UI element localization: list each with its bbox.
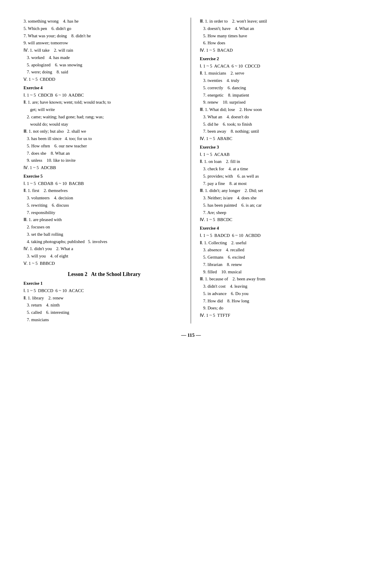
ex5-ii-4: 7. responsibility: [24, 209, 185, 216]
ex1-ii-4: 7. musicians: [24, 316, 185, 324]
ex2-ii-3: 5. correctly 6. dancing: [200, 84, 358, 92]
exercise5-title: Exercise 5: [24, 173, 185, 180]
exercise3-title: Exercise 3: [200, 144, 358, 151]
ex1-i: Ⅰ. 1 ~ 5 DBCCD 6 ~ 10 ACACC: [24, 287, 185, 294]
right-iii-4: 6. How does: [200, 39, 358, 47]
ex5-ii-1: Ⅱ. 1. first 2. themselves: [24, 187, 185, 194]
right-column: Ⅲ. 1. in order to 2. won't leave; until …: [191, 18, 358, 324]
ex2-iii-3: 5. did he 6. took; to finish: [200, 121, 358, 128]
ex4-iii-1: Ⅲ. 1. not only; but also 2. shall we: [24, 128, 185, 135]
ex4r-ii-5: 9. filled 10. musical: [200, 268, 358, 276]
exercise4-right-title: Exercise 4: [200, 225, 358, 232]
left-v-1: Ⅴ. 1 ~ 5 CBDDD: [24, 76, 185, 83]
exercise4-title: Exercise 4: [24, 84, 185, 92]
ex4-iv: Ⅳ. 1 ~ 5 ADCBB: [24, 164, 185, 171]
ex5-iii-2: 2. focuses on: [24, 223, 185, 231]
ex4-iii-5: 9. unless 10. like to invite: [24, 157, 185, 164]
right-iii-2: 3. doesn't; have 4. What an: [200, 25, 358, 32]
left-line-3: 7. What was your; doing 8. didn't he: [24, 32, 185, 40]
ex3-iii-3: 5. has been painted 6. is an; car: [200, 202, 358, 209]
left-column: 3. something wrong 4. has he 5. Which pe…: [24, 18, 191, 324]
ex2-ii-5: 9. renew 10. surprised: [200, 99, 358, 106]
ex4-iii-4: 7. does she 8. What an: [24, 150, 185, 157]
ex4-ii-1b: get; will write: [24, 106, 185, 113]
ex4r-iii-4: 7. How did 8. How long: [200, 297, 358, 305]
ex5-ii-2: 3. volunteers 4. decision: [24, 194, 185, 202]
left-line-2: 5. Which pen 6. didn't go: [24, 25, 185, 32]
left-line-4: 9. will answer; tomorrow: [24, 39, 185, 47]
ex3-iii-2: 3. Neither; is/are 4. does she: [200, 194, 358, 202]
ex2-iii-4: 7. been away 8. nothing; until: [200, 128, 358, 135]
ex2-ii-2: 3. twenties 4. truly: [200, 77, 358, 84]
ex4-iii-2: 3. has been ill since 4. too; for us to: [24, 135, 185, 142]
lesson2-title: Lesson 2 At the School Library: [24, 270, 185, 279]
ex2-iv: Ⅳ. 1 ~ 5 ABABC: [200, 135, 358, 142]
ex4-iii-3: 5. How often 6. our new teacher: [24, 142, 185, 150]
ex3-iii-1: Ⅲ. 1. didn't; any longer 2. Did; set: [200, 187, 358, 194]
ex5-iii-1: Ⅲ. 1. are pleased with: [24, 216, 185, 223]
ex4r-i: Ⅰ. 1 ~ 5 BADCD 6 ~ 10 ACBDD: [200, 232, 358, 239]
ex5-v: Ⅴ. 1 ~ 5 BBBCD: [24, 260, 185, 267]
ex4r-iii-2: 3. didn't cost 4. leaving: [200, 283, 358, 290]
ex3-iii-4: 7. Are; sheep: [200, 209, 358, 216]
ex4-i: Ⅰ. 1 ~ 5 CBDCB 6 ~ 10 AADBC: [24, 92, 185, 99]
ex2-iii-1: Ⅲ. 1. What did; lose 2. How soon: [200, 106, 358, 113]
ex5-ii-3: 5. rewriting 6. discuss: [24, 202, 185, 209]
ex5-iv-2: 3. will you 4. of eight: [24, 252, 185, 260]
right-iii-3: 5. How many times have: [200, 32, 358, 40]
ex1-ii-1: Ⅱ. 1. library 2. renew: [24, 294, 185, 302]
ex4r-ii-4: 7. librarian 8. renew: [200, 261, 358, 268]
page-number: — 115 —: [24, 332, 358, 338]
left-iv-4: 7. were; doing 8. said: [24, 68, 185, 76]
ex4r-iii-1: Ⅲ. 1. because of 2. been away from: [200, 275, 358, 283]
ex4r-iii-5: 9. Does; do: [200, 304, 358, 312]
ex4-ii-2: 2. came; waiting; had gone; had; rang; w…: [24, 113, 185, 121]
ex4-ii-1: Ⅱ. 1. are; have known; went; told; would…: [24, 99, 185, 106]
ex3-ii-3: 5. provides; with 6. as well as: [200, 173, 358, 180]
exercise2-title: Exercise 2: [200, 55, 358, 63]
ex4r-ii-3: 5. Germans 6. excited: [200, 254, 358, 261]
ex5-iv-1: Ⅳ. 1. didn't you 2. What a: [24, 245, 185, 252]
ex3-ii-4: 7. pay a fine 8. at most: [200, 180, 358, 187]
ex4r-ii-1: Ⅱ. 1. Collecting 2. useful: [200, 239, 358, 247]
ex2-ii-1: Ⅱ. 1. musicians 2. serve: [200, 70, 358, 77]
right-iii-1: Ⅲ. 1. in order to 2. won't leave; until: [200, 18, 358, 25]
exercise1-title: Exercise 1: [24, 280, 185, 287]
ex2-ii-4: 7. energetic 8. impatient: [200, 92, 358, 99]
ex4-ii-2b: would do; would stay: [24, 121, 185, 128]
ex1-ii-2: 3. return 4. ninth: [24, 301, 185, 309]
left-iv-3: 5. apologized 6. was snowing: [24, 61, 185, 69]
ex3-i: Ⅰ. 1 ~ 5 ACAAB: [200, 151, 358, 158]
ex3-ii-1: Ⅱ. 1. on loan 2. fill in: [200, 158, 358, 165]
left-line-1: 3. something wrong 4. has he: [24, 18, 185, 25]
ex5-iii-4: 4. taking photographs; published 5. invo…: [24, 238, 185, 245]
ex3-ii-2: 3. check for 4. at a time: [200, 165, 358, 173]
ex5-iii-3: 3. set the ball rolling: [24, 231, 185, 238]
ex4r-iii-3: 5. in advance 6. Do you: [200, 290, 358, 297]
left-iv-2: 3. worked 4. has made: [24, 54, 185, 61]
page-container: 3. something wrong 4. has he 5. Which pe…: [24, 18, 358, 324]
left-iv-1: Ⅳ. 1. will take 2. will rain: [24, 47, 185, 54]
ex4r-ii-2: 3. absence 4. recalled: [200, 246, 358, 254]
ex3-iv: Ⅳ. 1 ~ 5 BBCDC: [200, 216, 358, 223]
ex5-i: Ⅰ. 1 ~ 5 CBDAB 6 ~ 10 BACBB: [24, 180, 185, 187]
right-iv: Ⅳ. 1 ~ 5 BACAD: [200, 47, 358, 54]
ex1-ii-3: 5. called 6. interesting: [24, 309, 185, 316]
ex2-iii-2: 3. What an 4. doesn't do: [200, 113, 358, 121]
ex4r-iv: Ⅳ. 1 ~ 5 TTFTF: [200, 312, 358, 319]
ex2-i: Ⅰ. 1 ~ 5 ACACA 6 ~ 10 CDCCD: [200, 63, 358, 70]
